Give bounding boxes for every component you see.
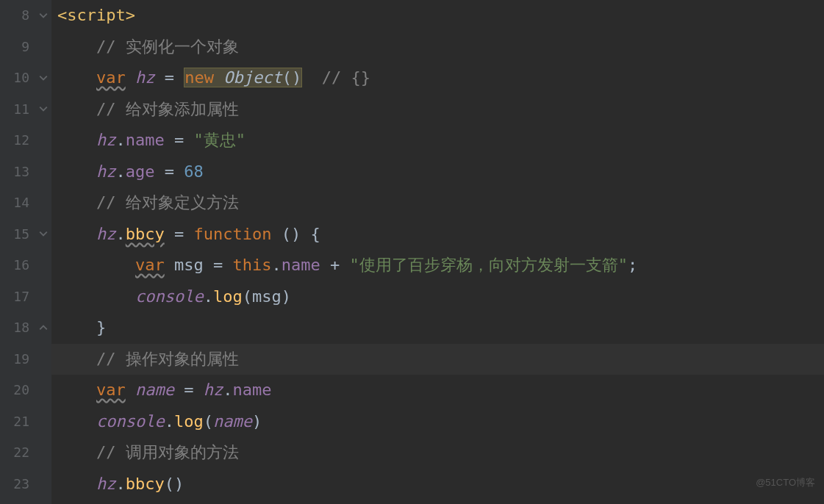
line-number: 21	[0, 406, 29, 438]
code-editor[interactable]: 8 9 10 11 12 13 14 15 16 17 18 19 20 21 …	[0, 0, 824, 504]
property: bbcy	[126, 225, 165, 243]
dot: .	[165, 412, 174, 431]
comment-marker: //	[322, 68, 342, 87]
argument: msg	[252, 287, 282, 306]
fold-end-icon[interactable]	[38, 323, 49, 333]
comment-text: 实例化一个对象	[115, 37, 238, 56]
line-number: 16	[0, 250, 29, 281]
parens: ()	[165, 475, 184, 493]
line-number-gutter: 8 9 10 11 12 13 14 15 16 17 18 19 20 21 …	[0, 0, 37, 504]
code-line[interactable]: hz.bbcy = function () {	[57, 219, 824, 251]
dot: .	[204, 287, 213, 306]
line-number: 8	[0, 0, 29, 32]
paren-close: )	[252, 412, 262, 431]
paren-open: (	[243, 287, 252, 306]
watermark: @51CTO博客	[756, 467, 815, 499]
brace: }	[96, 318, 106, 336]
code-line[interactable]: <script>	[57, 0, 824, 32]
line-number: 15	[0, 219, 29, 251]
tag-close: >	[126, 6, 135, 24]
fold-gutter	[37, 0, 51, 504]
string: "使用了百步穿杨，向对方发射一支箭"	[349, 256, 628, 274]
object: console	[135, 287, 204, 306]
line-number: 20	[0, 375, 29, 406]
line-number: 11	[0, 94, 29, 126]
fold-icon[interactable]	[38, 10, 49, 21]
equals: =	[154, 162, 184, 181]
identifier: hz	[96, 162, 116, 181]
code-line[interactable]: }	[57, 312, 824, 344]
code-line[interactable]: // 给对象定义方法	[57, 187, 824, 219]
equals: =	[204, 256, 233, 274]
equals: =	[165, 131, 194, 149]
dot: .	[271, 256, 281, 274]
plus: +	[320, 256, 350, 274]
property: name	[232, 381, 271, 399]
line-number: 22	[0, 437, 29, 469]
paren-open: (	[204, 412, 213, 431]
tag-open: <	[57, 6, 67, 24]
identifier: hz	[96, 475, 116, 493]
code-line[interactable]: var msg = this.name + "使用了百步穿杨，向对方发射一支箭"…	[57, 250, 824, 281]
comment-text: 给对象定义方法	[115, 193, 238, 212]
code-line[interactable]: hz.bbcy()	[57, 469, 824, 500]
code-content[interactable]: <script> // 实例化一个对象 var hz = new Object(…	[51, 0, 824, 504]
line-number: 10	[0, 62, 29, 94]
identifier: hz	[96, 225, 116, 243]
dot: .	[115, 475, 125, 493]
keyword-var: var	[96, 68, 126, 87]
identifier: hz	[96, 131, 116, 149]
code-line[interactable]: console.log(name)	[57, 406, 824, 438]
fold-icon[interactable]	[38, 104, 49, 114]
class-name: Object	[223, 68, 282, 87]
dot: .	[115, 131, 125, 149]
keyword-new: new	[184, 68, 214, 87]
code-line[interactable]: var hz = new Object() // {}	[57, 62, 824, 94]
object: console	[96, 412, 165, 431]
fold-icon[interactable]	[38, 228, 49, 239]
comment-marker: //	[96, 350, 116, 368]
line-number: 14	[0, 187, 29, 219]
method: log	[174, 412, 204, 431]
method: bbcy	[126, 475, 165, 493]
identifier: msg	[174, 256, 204, 274]
line-number: 9	[0, 32, 29, 63]
line-number: 12	[0, 125, 29, 156]
identifier: name	[135, 381, 174, 399]
comment-text: 调用对象的方法	[115, 443, 238, 461]
code-line[interactable]: // 实例化一个对象	[57, 32, 824, 63]
property: name	[282, 256, 320, 274]
string: "黄忠"	[193, 131, 246, 149]
comment-marker: //	[96, 37, 116, 56]
dot: .	[223, 381, 232, 399]
code-line[interactable]: // 调用对象的方法	[57, 437, 824, 469]
method: log	[213, 287, 243, 306]
keyword-var: var	[96, 381, 126, 399]
paren-close: )	[282, 287, 291, 306]
equals: =	[174, 381, 204, 399]
object: hz	[204, 381, 223, 399]
brace: {	[310, 225, 320, 243]
dot: .	[115, 162, 125, 181]
code-line[interactable]: hz.age = 68	[57, 156, 824, 188]
equals: =	[165, 225, 194, 243]
fold-icon[interactable]	[38, 73, 49, 83]
parens: ()	[271, 225, 310, 243]
line-number: 19	[0, 344, 29, 375]
comment-marker: //	[96, 193, 116, 212]
code-line[interactable]: var name = hz.name	[57, 375, 824, 406]
comment-text: {}	[341, 68, 370, 87]
code-line[interactable]: console.log(msg)	[57, 281, 824, 313]
keyword-function: function	[193, 225, 271, 243]
semicolon: ;	[628, 256, 637, 274]
code-line[interactable]: hz.name = "黄忠"	[57, 125, 824, 156]
tag-name: script	[67, 6, 125, 24]
keyword-this: this	[232, 256, 271, 274]
code-line[interactable]: // 给对象添加属性	[57, 94, 824, 126]
code-line-current[interactable]: // 操作对象的属性	[57, 344, 824, 375]
property: age	[126, 162, 155, 181]
comment-text: 给对象添加属性	[115, 100, 238, 118]
number: 68	[184, 162, 204, 181]
keyword-var: var	[135, 256, 165, 274]
property: name	[126, 131, 165, 149]
